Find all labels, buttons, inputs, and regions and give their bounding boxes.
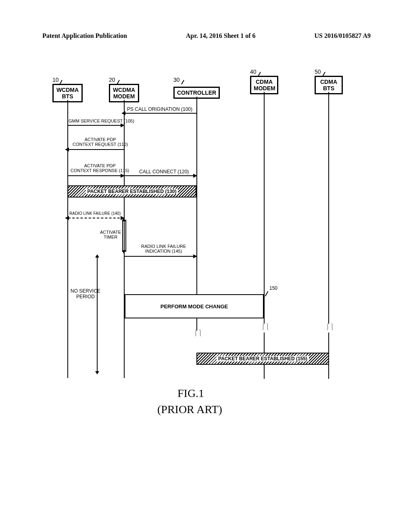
label-activate-pdp-req: ACTIVATE PDP CONTEXT REQUEST (110) xyxy=(73,137,128,147)
actor-id-controller: 30 xyxy=(173,77,180,83)
label-activate-timer: ACTIVATE TIMER xyxy=(100,230,121,239)
figure-caption: FIG.1 xyxy=(177,387,204,400)
arrow-radio-link-failure-ind xyxy=(125,256,196,257)
no-service-line xyxy=(97,256,98,373)
break-icon: ⎰⎱ xyxy=(194,330,200,335)
lifeline-cdma-bts-top xyxy=(328,92,329,324)
band-packet-bearer-2: PACKET BEARER ESTABLISHED (155) xyxy=(196,353,329,365)
arrow-activate-pdp-resp xyxy=(68,175,124,176)
label-radio-link-failure-ind: RADIO LINK FAILURE INDICATION (145) xyxy=(141,244,186,254)
label-gmm-service: GMM SERVICE REQUEST (105) xyxy=(69,118,134,123)
band-packet-bearer-1: PACKET BEARER ESTABLISHED (130) xyxy=(67,185,196,197)
break-icon: ⎰⎱ xyxy=(325,324,332,328)
sequence-diagram: 10 WCDMA BTS 20 WCDMA MODEM 30 CONTROLLE… xyxy=(48,64,363,435)
arrow-call-connect xyxy=(125,175,196,176)
label-ps-call: PS CALL ORIGINATION (100) xyxy=(127,106,192,112)
lifeline-wcdma-bts xyxy=(67,100,68,378)
arrow-activate-pdp-req xyxy=(68,149,124,150)
label-mode-change-id: 150 xyxy=(269,285,277,291)
lifeline-cdma-modem-top xyxy=(264,92,265,324)
label-activate-pdp-resp: ACTIVATE PDP CONTEXT RESPONSE (115) xyxy=(71,163,129,173)
prior-art-note: (PRIOR ART) xyxy=(157,403,222,416)
arrow-gmm-service xyxy=(68,125,124,126)
label-call-connect: CALL CONNECT (120) xyxy=(139,169,189,175)
label-radio-link-failure: RADIO LINK FAILURE (140) xyxy=(69,211,121,216)
timer-bar-left xyxy=(122,220,123,252)
header-left: Patent Application Publication xyxy=(42,32,127,39)
dashed-radio-link-failure xyxy=(68,218,124,218)
header-center: Apr. 14, 2016 Sheet 1 of 6 xyxy=(186,32,256,39)
header-right: US 2016/0105827 A9 xyxy=(314,32,371,39)
actor-id-cdma-bts: 50 xyxy=(315,69,321,75)
actor-id-cdma-modem: 40 xyxy=(250,69,257,75)
lifeline-controller-top xyxy=(196,97,197,294)
actor-id-wcdma-modem: 20 xyxy=(109,77,115,83)
timer-bar-right xyxy=(125,220,126,252)
label-no-service: NO SERVICE PERIOD xyxy=(71,288,100,300)
break-icon: ⎰⎱ xyxy=(261,324,267,328)
box-mode-change: PERFORM MODE CHANGE xyxy=(125,294,264,318)
actor-id-wcdma-bts: 10 xyxy=(52,77,59,83)
arrow-ps-call xyxy=(125,113,196,114)
